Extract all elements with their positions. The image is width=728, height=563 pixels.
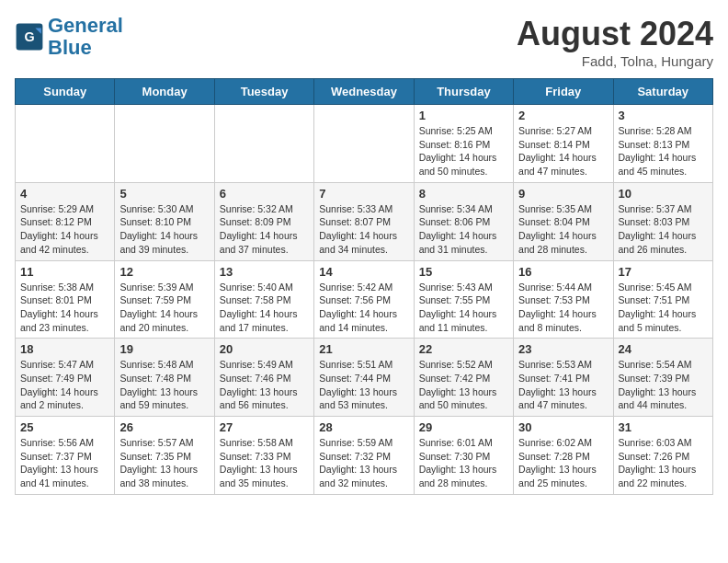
week-row-2: 4Sunrise: 5:29 AMSunset: 8:12 PMDaylight…	[16, 182, 713, 260]
day-info: Sunrise: 5:43 AMSunset: 7:55 PMDaylight:…	[419, 281, 508, 335]
day-info: Sunrise: 5:30 AMSunset: 8:10 PMDaylight:…	[119, 202, 209, 257]
day-info: Sunrise: 5:45 AMSunset: 7:51 PMDaylight:…	[619, 281, 708, 335]
week-row-5: 25Sunrise: 5:56 AMSunset: 7:37 PMDayligh…	[16, 417, 713, 495]
col-header-monday: Monday	[115, 79, 214, 105]
month-year-title: August 2024	[517, 15, 713, 53]
col-header-thursday: Thursday	[414, 79, 513, 105]
day-number: 12	[119, 265, 209, 279]
day-info: Sunrise: 5:54 AMSunset: 7:39 PMDaylight:…	[619, 358, 708, 412]
day-cell: 24Sunrise: 5:54 AMSunset: 7:39 PMDayligh…	[613, 339, 712, 417]
day-info: Sunrise: 5:57 AMSunset: 7:35 PMDaylight:…	[119, 436, 209, 490]
days-header-row: SundayMondayTuesdayWednesdayThursdayFrid…	[16, 79, 713, 105]
day-number: 31	[619, 420, 708, 434]
day-number: 4	[20, 187, 109, 201]
day-info: Sunrise: 5:42 AMSunset: 7:56 PMDaylight:…	[319, 281, 408, 335]
day-cell: 3Sunrise: 5:28 AMSunset: 8:13 PMDaylight…	[613, 105, 712, 183]
logo: G General Blue	[15, 15, 123, 59]
location-subtitle: Fadd, Tolna, Hungary	[517, 53, 713, 69]
day-number: 11	[20, 265, 109, 279]
week-row-3: 11Sunrise: 5:38 AMSunset: 8:01 PMDayligh…	[16, 260, 713, 339]
col-header-tuesday: Tuesday	[214, 79, 313, 105]
day-cell	[16, 105, 115, 183]
day-cell: 8Sunrise: 5:34 AMSunset: 8:06 PMDaylight…	[414, 182, 513, 260]
day-number: 18	[20, 342, 109, 356]
day-info: Sunrise: 5:28 AMSunset: 8:13 PMDaylight:…	[619, 124, 708, 178]
day-cell: 14Sunrise: 5:42 AMSunset: 7:56 PMDayligh…	[314, 260, 414, 339]
day-cell: 29Sunrise: 6:01 AMSunset: 7:30 PMDayligh…	[414, 417, 513, 495]
page-header: G General Blue August 2024 Fadd, Tolna, …	[15, 15, 713, 69]
day-cell: 6Sunrise: 5:32 AMSunset: 8:09 PMDaylight…	[214, 182, 313, 260]
day-number: 24	[619, 342, 708, 356]
week-row-1: 1Sunrise: 5:25 AMSunset: 8:16 PMDaylight…	[16, 105, 713, 183]
day-cell: 22Sunrise: 5:52 AMSunset: 7:42 PMDayligh…	[414, 339, 513, 417]
logo-text: General Blue	[48, 15, 123, 59]
day-cell: 19Sunrise: 5:48 AMSunset: 7:48 PMDayligh…	[115, 339, 214, 417]
day-info: Sunrise: 6:02 AMSunset: 7:28 PMDaylight:…	[518, 436, 608, 490]
day-number: 2	[518, 109, 608, 122]
day-cell: 25Sunrise: 5:56 AMSunset: 7:37 PMDayligh…	[16, 417, 115, 495]
day-cell: 21Sunrise: 5:51 AMSunset: 7:44 PMDayligh…	[314, 339, 414, 417]
svg-text:G: G	[24, 29, 34, 44]
day-cell: 20Sunrise: 5:49 AMSunset: 7:46 PMDayligh…	[214, 339, 313, 417]
day-info: Sunrise: 6:01 AMSunset: 7:30 PMDaylight:…	[419, 436, 508, 490]
day-info: Sunrise: 5:47 AMSunset: 7:49 PMDaylight:…	[20, 358, 109, 412]
day-cell: 5Sunrise: 5:30 AMSunset: 8:10 PMDaylight…	[115, 182, 214, 260]
day-info: Sunrise: 6:03 AMSunset: 7:26 PMDaylight:…	[619, 436, 708, 490]
day-info: Sunrise: 5:37 AMSunset: 8:03 PMDaylight:…	[619, 202, 708, 257]
day-number: 13	[220, 265, 309, 279]
day-cell: 23Sunrise: 5:53 AMSunset: 7:41 PMDayligh…	[514, 339, 613, 417]
day-info: Sunrise: 5:51 AMSunset: 7:44 PMDaylight:…	[319, 358, 408, 412]
day-number: 5	[119, 187, 209, 201]
day-info: Sunrise: 5:32 AMSunset: 8:09 PMDaylight:…	[220, 202, 309, 257]
day-info: Sunrise: 5:59 AMSunset: 7:32 PMDaylight:…	[319, 436, 408, 490]
day-info: Sunrise: 5:52 AMSunset: 7:42 PMDaylight:…	[419, 358, 508, 412]
day-info: Sunrise: 5:38 AMSunset: 8:01 PMDaylight:…	[20, 281, 109, 335]
day-number: 29	[419, 420, 508, 434]
day-number: 26	[119, 420, 209, 434]
day-cell: 2Sunrise: 5:27 AMSunset: 8:14 PMDaylight…	[514, 105, 613, 183]
day-info: Sunrise: 5:29 AMSunset: 8:12 PMDaylight:…	[20, 202, 109, 257]
day-number: 21	[319, 342, 408, 356]
day-cell: 9Sunrise: 5:35 AMSunset: 8:04 PMDaylight…	[514, 182, 613, 260]
day-number: 7	[319, 187, 408, 201]
day-cell: 27Sunrise: 5:58 AMSunset: 7:33 PMDayligh…	[214, 417, 313, 495]
day-number: 6	[220, 187, 309, 201]
calendar-table: SundayMondayTuesdayWednesdayThursdayFrid…	[15, 78, 713, 495]
col-header-saturday: Saturday	[613, 79, 712, 105]
day-number: 28	[319, 420, 408, 434]
day-info: Sunrise: 5:39 AMSunset: 7:59 PMDaylight:…	[119, 281, 209, 335]
day-cell: 18Sunrise: 5:47 AMSunset: 7:49 PMDayligh…	[16, 339, 115, 417]
col-header-wednesday: Wednesday	[314, 79, 414, 105]
day-cell: 28Sunrise: 5:59 AMSunset: 7:32 PMDayligh…	[314, 417, 414, 495]
day-cell: 4Sunrise: 5:29 AMSunset: 8:12 PMDaylight…	[16, 182, 115, 260]
day-info: Sunrise: 5:33 AMSunset: 8:07 PMDaylight:…	[319, 202, 408, 257]
col-header-sunday: Sunday	[16, 79, 115, 105]
day-number: 1	[419, 109, 508, 122]
day-info: Sunrise: 5:49 AMSunset: 7:46 PMDaylight:…	[220, 358, 309, 412]
day-cell: 12Sunrise: 5:39 AMSunset: 7:59 PMDayligh…	[115, 260, 214, 339]
day-number: 9	[518, 187, 608, 201]
col-header-friday: Friday	[514, 79, 613, 105]
day-cell: 31Sunrise: 6:03 AMSunset: 7:26 PMDayligh…	[613, 417, 712, 495]
day-info: Sunrise: 5:56 AMSunset: 7:37 PMDaylight:…	[20, 436, 109, 490]
day-info: Sunrise: 5:35 AMSunset: 8:04 PMDaylight:…	[518, 202, 608, 257]
day-cell	[314, 105, 414, 183]
day-number: 19	[119, 342, 209, 356]
day-info: Sunrise: 5:27 AMSunset: 8:14 PMDaylight:…	[518, 124, 608, 178]
day-cell: 15Sunrise: 5:43 AMSunset: 7:55 PMDayligh…	[414, 260, 513, 339]
day-info: Sunrise: 5:58 AMSunset: 7:33 PMDaylight:…	[220, 436, 309, 490]
day-number: 25	[20, 420, 109, 434]
day-info: Sunrise: 5:53 AMSunset: 7:41 PMDaylight:…	[518, 358, 608, 412]
day-cell: 13Sunrise: 5:40 AMSunset: 7:58 PMDayligh…	[214, 260, 313, 339]
day-cell	[214, 105, 313, 183]
day-number: 3	[619, 109, 708, 122]
title-block: August 2024 Fadd, Tolna, Hungary	[517, 15, 713, 69]
day-info: Sunrise: 5:44 AMSunset: 7:53 PMDaylight:…	[518, 281, 608, 335]
day-cell: 26Sunrise: 5:57 AMSunset: 7:35 PMDayligh…	[115, 417, 214, 495]
day-number: 15	[419, 265, 508, 279]
day-number: 27	[220, 420, 309, 434]
day-number: 23	[518, 342, 608, 356]
day-info: Sunrise: 5:40 AMSunset: 7:58 PMDaylight:…	[220, 281, 309, 335]
logo-icon: G	[15, 22, 44, 52]
day-info: Sunrise: 5:48 AMSunset: 7:48 PMDaylight:…	[119, 358, 209, 412]
